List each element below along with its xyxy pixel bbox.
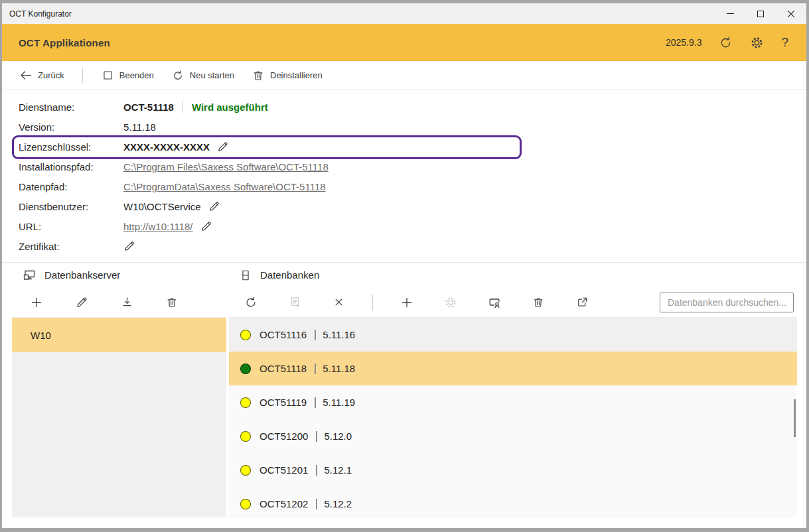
add-server-button[interactable] bbox=[27, 293, 46, 312]
data-path-link[interactable]: C:\ProgramData\Saxess Software\OCT-51118 bbox=[123, 181, 326, 192]
name-version-separator bbox=[315, 364, 316, 374]
server-panel-header: Datenbankserver bbox=[12, 263, 226, 287]
database-list-item-selected[interactable]: OCT51118 5.11.18 bbox=[229, 352, 797, 385]
user-rights-button[interactable] bbox=[484, 293, 504, 312]
database-icon bbox=[240, 269, 252, 281]
status-dot bbox=[240, 499, 251, 509]
database-list-item[interactable]: OCT51119 5.11.19 bbox=[229, 385, 797, 419]
pencil-icon bbox=[76, 296, 88, 308]
version-value: 5.11.18 bbox=[123, 121, 156, 133]
close-button[interactable] bbox=[776, 3, 806, 24]
status-dot bbox=[240, 330, 251, 340]
add-database-button[interactable] bbox=[397, 293, 417, 312]
name-version-separator bbox=[316, 431, 317, 442]
gear-icon[interactable] bbox=[750, 36, 764, 50]
status-dot bbox=[240, 465, 251, 476]
delete-server-button[interactable] bbox=[162, 293, 182, 312]
service-details: Dienstname: OCT-51118 Wird ausgeführt Ve… bbox=[2, 90, 806, 263]
devices-icon bbox=[23, 269, 36, 282]
database-name: OCT51200 bbox=[259, 431, 308, 442]
database-list: OCT51116 5.11.16 OCT51118 5.11.18 OCT511… bbox=[229, 318, 797, 517]
database-name: OCT51202 bbox=[259, 498, 308, 509]
edit-license-button[interactable] bbox=[217, 141, 229, 153]
field-label: Zertifikat: bbox=[19, 241, 123, 252]
name-version-separator bbox=[316, 465, 317, 476]
stop-service-button[interactable]: Beenden bbox=[102, 70, 154, 81]
close-icon bbox=[787, 10, 795, 18]
db-panel-toolbar bbox=[229, 287, 797, 318]
script-add-button-disabled[interactable] bbox=[285, 293, 305, 312]
app-header: OCT Applikationen 2025.9.3 ? bbox=[2, 24, 806, 61]
status-dot bbox=[240, 431, 251, 442]
download-server-button[interactable] bbox=[117, 293, 137, 312]
license-key-value: XXXX-XXXX-XXXX bbox=[123, 141, 210, 153]
detail-row-lizenzschluessel: Lizenzschlüssel: XXXX-XXXX-XXXX bbox=[19, 139, 229, 154]
database-version: 5.12.1 bbox=[324, 464, 352, 476]
name-version-separator bbox=[315, 397, 316, 408]
server-panel-title: Datenbankserver bbox=[44, 269, 120, 281]
database-list-item[interactable]: OCT51200 5.12.0 bbox=[229, 419, 797, 453]
field-label: Lizenzschlüssel: bbox=[19, 141, 123, 153]
database-search-input[interactable] bbox=[660, 293, 794, 312]
settings-button-disabled[interactable] bbox=[441, 293, 461, 312]
help-icon[interactable]: ? bbox=[781, 35, 788, 50]
database-list-item[interactable]: OCT51202 5.12.2 bbox=[229, 487, 797, 517]
maximize-button[interactable] bbox=[745, 3, 776, 24]
command-toolbar: Zurück Beenden Neu starten Deinstalliere… bbox=[2, 61, 806, 90]
toolbar-divider bbox=[82, 68, 83, 83]
detail-row-dienstname: Dienstname: OCT-51118 Wird ausgeführt bbox=[19, 100, 268, 114]
settings-icon bbox=[444, 296, 457, 309]
database-version: 5.11.19 bbox=[323, 397, 355, 408]
restart-service-button[interactable]: Neu starten bbox=[172, 70, 234, 82]
page-title: OCT Applikationen bbox=[2, 37, 110, 48]
detail-row-dienstbenutzer: Dienstbenutzer: W10\OCTService bbox=[19, 199, 220, 214]
server-list-item[interactable]: W10 bbox=[12, 318, 226, 352]
edit-certificate-button[interactable] bbox=[123, 240, 135, 252]
service-name-value: OCT-51118 bbox=[123, 101, 174, 113]
service-url-link[interactable]: http://w10:1118/ bbox=[123, 221, 193, 232]
back-label: Zurück bbox=[38, 70, 64, 80]
back-button[interactable]: Zurück bbox=[19, 69, 64, 82]
database-list-item[interactable]: OCT51116 5.11.16 bbox=[229, 318, 797, 352]
app-header-actions: 2025.9.3 ? bbox=[666, 35, 806, 50]
add-icon bbox=[400, 296, 413, 309]
trash-icon bbox=[252, 70, 264, 82]
window-title: OCT Konfigurator bbox=[2, 9, 72, 19]
pencil-icon bbox=[217, 141, 229, 153]
server-name: W10 bbox=[31, 330, 51, 341]
pencil-icon bbox=[200, 220, 212, 232]
uninstall-button[interactable]: Deinstallieren bbox=[252, 70, 323, 82]
stop-icon bbox=[102, 70, 113, 81]
server-panel-toolbar bbox=[12, 287, 226, 318]
refresh-db-button[interactable] bbox=[241, 293, 261, 312]
status-dot bbox=[240, 397, 251, 408]
database-version: 5.11.18 bbox=[323, 363, 355, 374]
database-version: 5.12.2 bbox=[324, 498, 352, 509]
download-icon bbox=[121, 296, 133, 308]
install-path-link[interactable]: C:\Program Files\Saxess Software\OCT-511… bbox=[123, 161, 329, 172]
delete-database-button[interactable] bbox=[528, 293, 548, 312]
refresh-icon bbox=[244, 296, 257, 309]
edit-url-button[interactable] bbox=[200, 220, 212, 232]
db-panel-title: Datenbanken bbox=[260, 269, 319, 281]
scrollbar-thumb[interactable] bbox=[794, 399, 796, 437]
edit-service-user-button[interactable] bbox=[208, 200, 220, 212]
detail-row-zertifikat: Zertifikat: bbox=[19, 239, 135, 253]
database-list-item[interactable]: OCT51201 5.12.1 bbox=[229, 453, 797, 487]
add-icon bbox=[30, 296, 43, 309]
refresh-icon[interactable] bbox=[719, 36, 733, 50]
edit-server-button[interactable] bbox=[72, 293, 92, 312]
maximize-icon bbox=[757, 11, 764, 17]
export-database-button[interactable] bbox=[572, 293, 592, 312]
uninstall-label: Deinstallieren bbox=[270, 70, 323, 80]
detail-row-version: Version: 5.11.18 bbox=[19, 119, 156, 134]
app-window: OCT Konfigurator OCT Applikationen 2025.… bbox=[2, 3, 806, 528]
database-server-panel: Datenbankserver W10 bbox=[12, 263, 226, 517]
field-label: Datenpfad: bbox=[19, 181, 123, 192]
database-name: OCT51119 bbox=[259, 397, 307, 408]
field-label: URL: bbox=[19, 221, 123, 232]
minimize-button[interactable] bbox=[715, 3, 745, 24]
name-version-separator bbox=[315, 330, 316, 340]
cancel-button[interactable] bbox=[329, 293, 348, 312]
pencil-icon bbox=[123, 240, 135, 252]
